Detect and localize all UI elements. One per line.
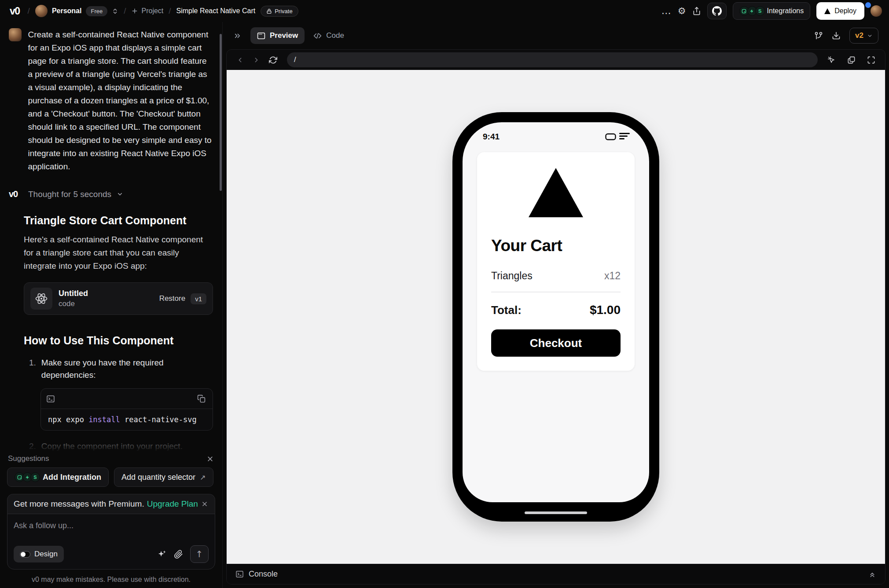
inspect-element-button[interactable]	[825, 54, 838, 66]
add-integration-chip[interactable]: S Add Integration	[7, 467, 109, 487]
suggestions-label: Suggestions	[8, 454, 49, 463]
enhance-prompt-button[interactable]	[157, 549, 167, 559]
console-label: Console	[249, 570, 278, 579]
vercel-triangle-icon	[824, 8, 830, 14]
integration-icons: S	[15, 472, 38, 482]
upgrade-plan-link[interactable]: Upgrade Plan	[147, 499, 198, 509]
header-left: v0 / Personal Free / Project / Simple Re…	[7, 5, 298, 17]
close-suggestions-button[interactable]	[206, 455, 214, 463]
item-quantity: x12	[604, 270, 621, 282]
code-version-card[interactable]: Untitled code Restore v1	[24, 282, 213, 315]
header-right: … ⚙	[661, 2, 882, 20]
cart-title: Your Cart	[491, 237, 621, 255]
chat-sidebar: Create a self-contained React Native com…	[0, 22, 222, 588]
attach-file-button[interactable]	[174, 550, 183, 559]
expand-console-button[interactable]	[868, 570, 876, 578]
share-icon	[692, 7, 701, 15]
chip-label: Add quantity selector	[121, 473, 195, 482]
browser-toolbar: /	[227, 50, 885, 70]
privacy-badge[interactable]: Private	[261, 6, 298, 17]
notification-dot	[865, 2, 871, 8]
chat-composer: Design	[7, 514, 215, 570]
fullscreen-button[interactable]	[864, 54, 878, 66]
restore-button[interactable]: Restore	[159, 294, 186, 303]
refresh-button[interactable]	[266, 54, 280, 66]
step-text: Copy the component into your project.	[41, 440, 183, 452]
tab-preview[interactable]: Preview	[250, 27, 305, 44]
code-card-subtitle: code	[59, 299, 88, 308]
iphone-screen: 9:41	[463, 122, 649, 502]
download-button[interactable]	[832, 31, 841, 40]
arrow-up-icon: ↑	[196, 549, 203, 559]
supabase-icon: S	[30, 472, 40, 482]
more-options-button[interactable]: …	[661, 6, 672, 16]
share-button[interactable]	[692, 7, 701, 15]
terminal-icon	[46, 394, 55, 403]
code-brackets-icon	[313, 32, 322, 40]
settings-button[interactable]: ⚙	[678, 7, 686, 16]
breadcrumb-separator: /	[28, 6, 30, 16]
plan-badge: Free	[86, 6, 107, 16]
followup-input[interactable]	[14, 521, 209, 530]
main-area: Create a self-contained React Native com…	[0, 22, 889, 588]
collapse-sidebar-button[interactable]	[233, 32, 242, 40]
fork-button[interactable]	[814, 31, 823, 40]
v0-app-window: v0 / Personal Free / Project / Simple Re…	[0, 0, 889, 588]
code-card-title: Untitled	[59, 289, 88, 298]
add-project-button[interactable]: Project	[131, 7, 163, 15]
url-input[interactable]: /	[287, 52, 818, 67]
composer-toolbar: Design	[14, 545, 209, 563]
triangle-preview	[491, 168, 621, 217]
add-project-label: Project	[141, 7, 163, 15]
checkout-button[interactable]: Checkout	[491, 329, 621, 357]
download-icon	[832, 31, 841, 40]
code-snippet: npx expo install react-native-svg	[41, 409, 213, 430]
thought-toggle[interactable]: v0 Thought for 5 seconds	[9, 189, 213, 199]
tab-code[interactable]: Code	[313, 31, 344, 40]
double-chevron-up-icon	[868, 570, 876, 578]
howto-title: How to Use This Component	[24, 334, 213, 347]
disclaimer-text: v0 may make mistakes. Please use with di…	[7, 576, 215, 584]
total-value: $1.00	[590, 303, 621, 317]
status-time: 9:41	[483, 132, 500, 142]
user-message: Create a self-contained React Native com…	[9, 28, 213, 173]
deploy-button[interactable]: Deploy	[816, 2, 864, 20]
user-avatar	[871, 5, 882, 17]
cart-card: Your Cart Triangles x12 Total: $1.00 Che…	[477, 152, 635, 371]
integrations-button[interactable]: S Integrations	[733, 2, 811, 20]
open-in-new-window-button[interactable]	[845, 54, 858, 66]
status-icons	[605, 133, 630, 141]
workspace-switcher[interactable]: Personal Free	[35, 5, 118, 17]
design-mode-toggle[interactable]: Design	[14, 546, 64, 562]
terminal-icon	[235, 570, 244, 578]
sidebar-scrollbar[interactable]	[220, 34, 222, 191]
user-menu[interactable]	[871, 5, 882, 17]
close-banner-button[interactable]	[201, 500, 209, 508]
v0-logo[interactable]: v0	[7, 5, 22, 17]
version-badge[interactable]: v1	[191, 293, 206, 304]
forward-button[interactable]	[250, 55, 263, 66]
step-item: 2. Copy the component into your project.	[29, 440, 213, 452]
response-title: Triangle Store Cart Component	[24, 214, 213, 227]
top-header: v0 / Personal Free / Project / Simple Re…	[0, 0, 889, 22]
url-path: /	[294, 55, 296, 64]
console-bar[interactable]: Console	[227, 564, 885, 584]
github-button[interactable]	[707, 3, 727, 19]
version-selector[interactable]: v2	[849, 28, 878, 44]
thought-label: Thought for 5 seconds	[28, 190, 111, 199]
copy-code-button[interactable]	[195, 393, 207, 405]
arrow-up-right-icon: ↗	[200, 473, 206, 482]
git-branch-icon	[814, 31, 823, 40]
integration-icons: S	[739, 6, 763, 16]
send-button[interactable]: ↑	[190, 545, 209, 563]
back-button[interactable]	[234, 55, 246, 66]
response-intro: Here's a self-contained React Native com…	[24, 233, 213, 273]
total-label: Total:	[491, 303, 522, 317]
home-indicator	[525, 511, 587, 514]
panel-tabs: Preview Code	[223, 22, 889, 49]
add-quantity-selector-chip[interactable]: Add quantity selector ↗	[114, 467, 213, 487]
design-label: Design	[34, 550, 58, 559]
code-text: react-native-svg	[120, 415, 197, 424]
deploy-label: Deploy	[834, 7, 856, 15]
browser-tools	[825, 54, 878, 66]
